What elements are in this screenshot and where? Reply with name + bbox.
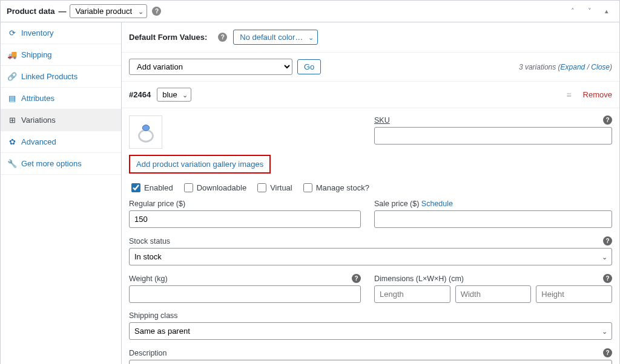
product-data-panel: Product data — Variable product ⌄ ? ˄ ˅ … <box>0 0 620 364</box>
help-icon[interactable]: ? <box>218 33 227 42</box>
downloadable-checkbox[interactable]: Downloadable <box>184 183 246 192</box>
variation-body: Add product variation gallery images SKU… <box>122 108 619 364</box>
link-icon: 🔗 <box>8 72 16 81</box>
stock-status-label: Stock status <box>129 237 170 245</box>
add-variation-gallery-link[interactable]: Add product variation gallery images <box>136 160 263 169</box>
dimensions-label: Dimensions (L×W×H) (cm) <box>374 275 464 283</box>
panel-collapse-button[interactable]: ▴ <box>600 5 613 18</box>
svg-point-1 <box>142 125 149 131</box>
schedule-link[interactable]: Schedule <box>421 200 453 208</box>
ring-thumbnail-icon <box>134 121 157 144</box>
attributes-icon: ▤ <box>8 94 16 103</box>
product-data-sidebar: ⟳Inventory 🚚Shipping 🔗Linked Products ▤A… <box>1 22 122 364</box>
sidebar-item-advanced[interactable]: ✿Advanced <box>1 131 121 153</box>
help-icon[interactable]: ? <box>152 7 161 16</box>
manage-stock-checkbox[interactable]: Manage stock? <box>303 183 369 192</box>
sidebar-item-shipping[interactable]: 🚚Shipping <box>1 44 121 66</box>
remove-variation-link[interactable]: Remove <box>583 90 612 99</box>
panel-up-button[interactable]: ˄ <box>566 5 579 18</box>
regular-price-input[interactable] <box>129 210 361 228</box>
wrench-icon: 🔧 <box>8 159 16 168</box>
shipping-class-select[interactable]: Same as parent <box>129 322 612 340</box>
sale-price-label: Sale price ($) Schedule <box>374 200 453 208</box>
variation-image-button[interactable] <box>129 115 162 149</box>
sidebar-item-more[interactable]: 🔧Get more options <box>1 153 121 175</box>
chevron-down-icon: ⌄ <box>308 33 314 41</box>
enabled-checkbox[interactable]: Enabled <box>131 183 173 192</box>
variation-header[interactable]: #2464 blue ⌄ ≡ Remove <box>122 82 619 108</box>
sku-input[interactable] <box>374 127 612 145</box>
virtual-checkbox[interactable]: Virtual <box>257 183 292 192</box>
default-color-select[interactable]: No default color… ⌄ <box>233 30 318 45</box>
add-gallery-highlight: Add product variation gallery images <box>129 155 271 174</box>
help-icon[interactable]: ? <box>603 115 612 125</box>
variations-count: 3 variations (Expand / Close) <box>519 63 612 71</box>
weight-input[interactable] <box>129 285 361 303</box>
variation-id: #2464 <box>129 90 151 99</box>
sale-price-input[interactable] <box>374 210 612 228</box>
variation-actions-row: Add variation Go 3 variations (Expand / … <box>122 53 619 82</box>
panel-down-button[interactable]: ˅ <box>583 5 596 18</box>
panel-header: Product data — Variable product ⌄ ? ˄ ˅ … <box>1 1 619 22</box>
help-icon[interactable]: ? <box>603 348 612 357</box>
height-input[interactable] <box>536 285 612 303</box>
weight-label: Weight (kg) <box>129 275 168 283</box>
sidebar-item-linked[interactable]: 🔗Linked Products <box>1 66 121 88</box>
help-icon[interactable]: ? <box>603 274 612 283</box>
sku-label: SKU <box>374 116 390 125</box>
expand-link[interactable]: Expand <box>561 63 585 71</box>
variation-attr-select[interactable]: blue <box>157 88 191 102</box>
sidebar-item-attributes[interactable]: ▤Attributes <box>1 88 121 109</box>
variations-icon: ⊞ <box>8 115 16 125</box>
variations-panel: Default Form Values: ? No default color…… <box>122 22 619 364</box>
help-icon[interactable]: ? <box>352 274 361 283</box>
go-button[interactable]: Go <box>297 59 321 74</box>
product-type-select[interactable]: Variable product <box>70 4 147 18</box>
shipping-class-label: Shipping class <box>129 311 178 320</box>
sidebar-item-variations[interactable]: ⊞Variations <box>1 109 121 131</box>
drag-handle-icon[interactable]: ≡ <box>566 90 572 100</box>
description-textarea[interactable] <box>129 360 612 364</box>
inventory-icon: ⟳ <box>8 28 16 37</box>
regular-price-label: Regular price ($) <box>129 200 185 208</box>
panel-title: Product data <box>7 7 54 16</box>
help-icon[interactable]: ? <box>603 236 612 245</box>
svg-point-0 <box>139 130 153 141</box>
close-link[interactable]: Close <box>591 63 610 71</box>
default-form-values-row: Default Form Values: ? No default color…… <box>122 22 619 53</box>
variation-action-select[interactable]: Add variation <box>129 59 292 75</box>
variation-options-row: Enabled Downloadable Virtual Manage stoc… <box>131 183 612 192</box>
width-input[interactable] <box>455 285 532 303</box>
stock-status-select[interactable]: In stock <box>129 248 612 265</box>
gear-icon: ✿ <box>8 137 16 146</box>
length-input[interactable] <box>374 285 450 303</box>
sidebar-item-inventory[interactable]: ⟳Inventory <box>1 22 121 44</box>
shipping-icon: 🚚 <box>8 50 16 59</box>
description-label: Description <box>129 349 167 357</box>
